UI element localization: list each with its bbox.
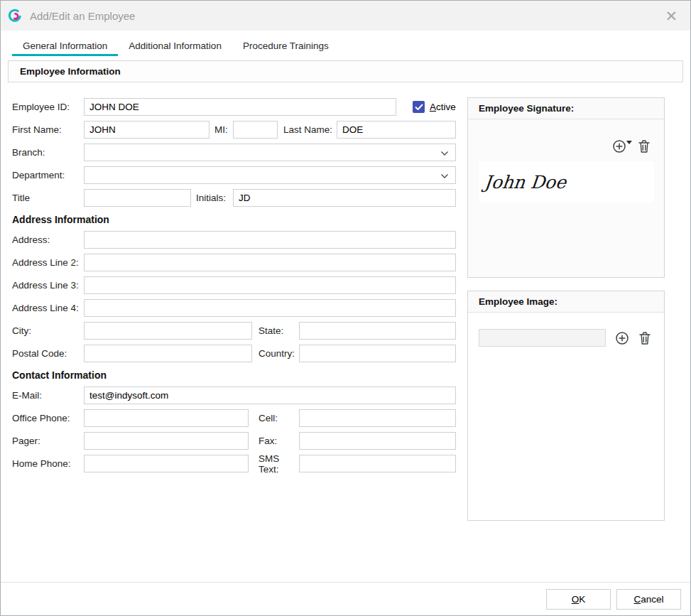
dialog-footer: OK Cancel [1,582,690,615]
office-phone-label: Office Phone: [12,413,84,423]
window-title: Add/Edit an Employee [30,10,662,22]
cell-label: Cell: [259,413,299,423]
signature-display: John Doe [479,161,654,202]
address-line2-label: Address Line 2: [12,257,84,268]
city-input[interactable] [84,322,252,340]
mi-input[interactable] [233,121,278,139]
branch-select[interactable] [84,144,456,161]
active-checkbox-label: Active [430,102,456,112]
department-select[interactable] [84,166,456,184]
add-image-button[interactable] [615,331,629,345]
image-filename-input[interactable] [479,329,606,347]
address-line2-input[interactable] [84,254,456,271]
fax-input[interactable] [299,432,456,450]
add-signature-dropdown-icon[interactable] [626,134,632,147]
chevron-down-icon [440,146,449,159]
employee-signature-panel: Employee Signature: [467,97,665,278]
ok-button[interactable]: OK [546,589,611,610]
branch-label: Branch: [12,147,84,158]
first-name-input[interactable] [84,121,210,139]
state-label: State: [259,325,299,336]
last-name-label: Last Name: [283,124,337,135]
form-content: Employee ID: Active First Name: MI: Last… [1,82,690,580]
address-line4-label: Address Line 4: [12,303,84,313]
employee-image-header: Employee Image: [468,291,664,313]
home-phone-input[interactable] [84,455,249,472]
home-phone-label: Home Phone: [12,458,84,469]
app-logo-icon [6,7,23,24]
fax-label: Fax: [259,436,299,446]
first-name-label: First Name: [12,124,84,135]
employee-information-header: Employee Information [8,60,683,82]
employee-id-label: Employee ID: [12,102,84,112]
state-input[interactable] [299,322,456,340]
title-label: Title [12,193,84,203]
chevron-down-icon [440,169,449,182]
last-name-input[interactable] [337,121,456,139]
office-phone-input[interactable] [84,409,249,427]
cancel-button[interactable]: Cancel [616,589,681,610]
delete-signature-button[interactable] [638,139,651,153]
image-toolbar [468,313,664,347]
add-edit-employee-dialog: Add/Edit an Employee ✕ General Informati… [0,0,691,616]
email-label: E-Mail: [12,390,84,401]
address-line3-label: Address Line 3: [12,280,84,291]
email-input[interactable] [84,387,456,404]
pager-label: Pager: [12,436,84,446]
tab-bar: General Information Additional Informati… [1,31,690,56]
employee-id-input[interactable] [84,98,396,116]
cell-input[interactable] [299,409,456,427]
tab-general-information[interactable]: General Information [12,34,118,56]
add-signature-button[interactable] [612,139,626,153]
employee-image-panel: Employee Image: [467,291,665,521]
tab-additional-information[interactable]: Additional Information [118,34,232,56]
signature-text: John Doe [483,172,567,193]
address-line3-input[interactable] [84,276,456,294]
address-input[interactable] [84,231,456,249]
employee-signature-header: Employee Signature: [468,98,664,119]
initials-label: Initials: [196,193,233,203]
department-label: Department: [12,170,84,180]
initials-input[interactable] [233,189,456,207]
address-label: Address: [12,234,84,245]
title-bar: Add/Edit an Employee ✕ [1,1,690,31]
city-label: City: [12,325,84,336]
title-input[interactable] [84,189,191,207]
postal-code-label: Postal Code: [12,348,84,359]
tab-procedure-trainings[interactable]: Procedure Trainings [232,34,339,56]
close-icon[interactable]: ✕ [662,7,680,25]
country-input[interactable] [299,345,456,362]
country-label: Country: [259,348,299,359]
signature-toolbar [468,119,664,153]
address-line4-input[interactable] [84,299,456,317]
active-checkbox[interactable]: Active [413,101,456,113]
sms-text-label: SMS Text: [259,453,299,475]
pager-input[interactable] [84,432,249,450]
mi-label: MI: [214,124,233,135]
sms-text-input[interactable] [299,455,456,472]
delete-image-button[interactable] [638,331,651,345]
checkbox-checked-icon[interactable] [413,101,425,113]
postal-code-input[interactable] [84,345,252,362]
